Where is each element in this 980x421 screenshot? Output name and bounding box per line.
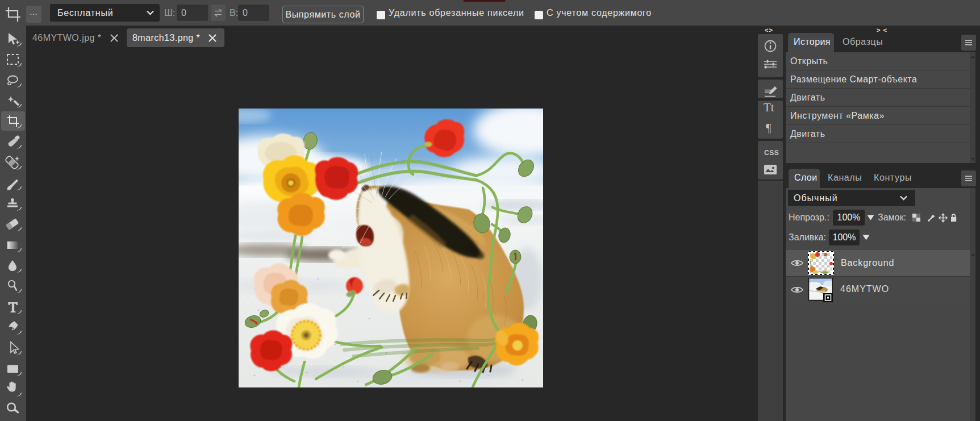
svg-text:Tt: Tt: [764, 101, 774, 114]
svg-text:CSS: CSS: [764, 149, 779, 157]
svg-text:¶: ¶: [766, 121, 772, 135]
